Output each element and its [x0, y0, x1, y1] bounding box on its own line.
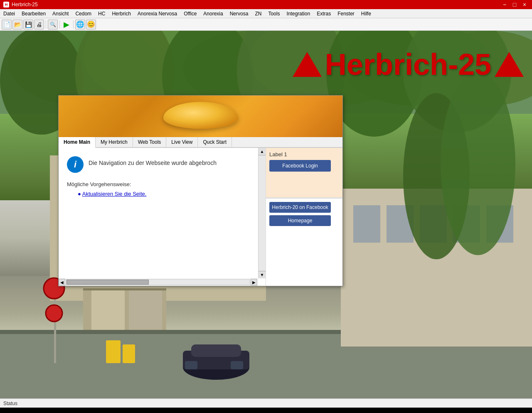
svg-rect-37 [191, 344, 241, 357]
v-scroll-up-button[interactable]: ▲ [259, 148, 266, 155]
toolbar-sep1 [46, 20, 46, 29]
toolbar-open[interactable]: 📂 [12, 20, 22, 30]
toolbar-sep3 [73, 20, 74, 29]
toolbar-smiley[interactable]: 😊 [86, 20, 96, 30]
tab-live-view[interactable]: Live View [166, 137, 198, 147]
menu-hc[interactable]: HC [95, 10, 108, 17]
tab-home-main[interactable]: Home Main [59, 137, 96, 148]
menu-nervosa[interactable]: Nervosa [227, 10, 252, 17]
close-button[interactable]: × [520, 0, 529, 9]
titlebar-title: Herbrich-25 [12, 2, 38, 7]
herbrich-facebook-button[interactable]: Herbrich-20 on Facebook [269, 202, 331, 213]
menu-extras[interactable]: Extras [313, 10, 334, 17]
menu-hilfe[interactable]: Hilfe [358, 10, 374, 17]
svg-rect-38 [185, 361, 197, 369]
header-decoration [163, 102, 238, 129]
homepage-button[interactable]: Homepage [269, 215, 331, 226]
menu-tools[interactable]: Tools [265, 10, 283, 17]
menu-anorexia-nervosa[interactable]: Anorexia Nervosa [134, 10, 180, 17]
toolbar: 📄 📂 💾 🖨 🔍 ▶ 🌐 😊 [0, 18, 532, 31]
inner-header [59, 96, 342, 137]
error-text: Die Navigation zu der Webseite wurde abg… [89, 156, 217, 166]
tab-web-tools[interactable]: Web Tools [133, 137, 167, 147]
tab-quck-start[interactable]: Quck Start [198, 137, 232, 147]
svg-point-42 [46, 305, 62, 322]
titlebar-left: H Herbrich-25 [3, 2, 38, 7]
logo: Herbrich-25 [293, 47, 524, 81]
main-pane: ▲ i Die Navigation zu der Webseite wurde… [59, 148, 266, 286]
menu-anorexia[interactable]: Anorexia [200, 10, 226, 17]
svg-point-34 [441, 72, 515, 255]
facebook-login-button[interactable]: Facebook Login [269, 160, 331, 172]
menu-fenster[interactable]: Fenster [334, 10, 358, 17]
inner-window: Home Main My Herbrich Web Tools Live Vie… [58, 95, 343, 286]
sidebar-top-section: Label 1 Facebook Login [266, 148, 342, 198]
toolbar-sep2 [59, 20, 60, 29]
logo-triangle-left [293, 52, 322, 77]
menu-office[interactable]: Office [180, 10, 200, 17]
svg-rect-44 [123, 344, 135, 363]
svg-rect-28 [353, 205, 380, 243]
toolbar-play[interactable]: ▶ [62, 20, 71, 30]
vertical-scrollbar: ▲ ▼ [258, 148, 266, 278]
menu-cedom[interactable]: Cedom [72, 10, 95, 17]
background-area: Herbrich-25 Home Main My Herbrich Web To… [0, 31, 532, 408]
maximize-button[interactable]: □ [510, 0, 519, 9]
moegliche-text: Mögliche Vorgehensweise: [59, 177, 266, 189]
menu-bearbeiten[interactable]: Bearbeiten [18, 10, 49, 17]
logo-triangle-right [495, 52, 524, 77]
aktualisieren-container: Aktualisieren Sie die Seite. [59, 189, 266, 199]
status-text: Status [3, 401, 17, 406]
error-area: i Die Navigation zu der Webseite wurde a… [59, 148, 266, 177]
right-sidebar: Label 1 Facebook Login Herbrich-20 on Fa… [266, 148, 342, 286]
label1: Label 1 [269, 151, 339, 157]
menu-datei[interactable]: Datei [0, 10, 18, 17]
sidebar-bottom-section: Herbrich-20 on Facebook Homepage [266, 198, 342, 286]
inner-content: ▲ i Die Navigation zu der Webseite wurde… [59, 148, 342, 286]
svg-rect-22 [83, 288, 166, 290]
toolbar-new[interactable]: 📄 [2, 20, 12, 30]
toolbar-search[interactable]: 🔍 [48, 20, 58, 30]
aktualisieren-link-anchor[interactable]: Aktualisieren Sie die Seite. [82, 191, 147, 197]
scrollbar-left-button[interactable]: ◀ [59, 279, 65, 285]
toolbar-globe[interactable]: 🌐 [75, 20, 85, 30]
menu-herbrich[interactable]: Herbrich [108, 10, 134, 17]
horizontal-scrollbar: ◀ ▶ [59, 278, 257, 286]
statusbar: Status [0, 398, 532, 408]
v-scroll-track[interactable] [259, 155, 266, 271]
titlebar-controls: − □ × [500, 0, 529, 9]
menubar: Datei Bearbeiten Ansicht Cedom HC Herbri… [0, 9, 532, 18]
minimize-button[interactable]: − [500, 0, 509, 9]
scrollbar-thumb[interactable] [66, 280, 149, 285]
menu-zn[interactable]: ZN [251, 10, 265, 17]
scrollbar-right-button[interactable]: ▶ [251, 279, 257, 285]
titlebar: H Herbrich-25 − □ × [0, 0, 532, 9]
logo-area: Herbrich-25 [8, 47, 524, 81]
v-scroll-down-button[interactable]: ▼ [259, 271, 266, 278]
info-icon: i [67, 156, 84, 173]
menu-ansicht[interactable]: Ansicht [49, 10, 72, 17]
logo-label: Herbrich-25 [325, 47, 491, 81]
app-icon: H [3, 2, 9, 7]
svg-rect-39 [231, 361, 243, 369]
svg-rect-43 [106, 340, 121, 363]
toolbar-print[interactable]: 🖨 [34, 20, 44, 30]
inner-tabs: Home Main My Herbrich Web Tools Live Vie… [59, 137, 342, 148]
scrollbar-track[interactable] [66, 279, 250, 285]
tab-my-herbrich[interactable]: My Herbrich [96, 137, 133, 147]
toolbar-save[interactable]: 💾 [23, 20, 33, 30]
menu-integration[interactable]: Integration [283, 10, 313, 17]
